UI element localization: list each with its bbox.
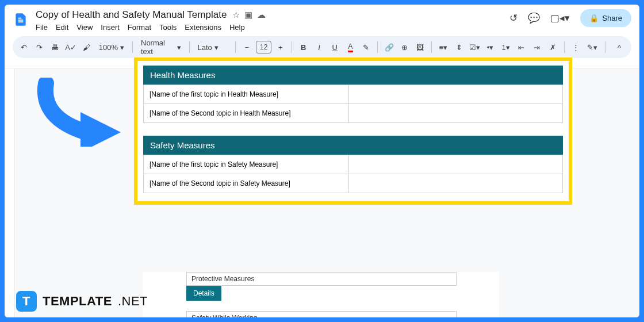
separator [431,41,432,53]
menu-edit[interactable]: Edit [56,23,68,32]
cell-topic: [Name of the first topic in Safety Measu… [144,155,349,174]
undo-icon[interactable]: ↶ [17,40,30,55]
separator [292,41,292,53]
cell-empty [349,85,562,103]
checklist-icon[interactable]: ☑▾ [468,40,481,55]
doc-title-row: Copy of Health and Safety Manual Templat… [36,9,503,21]
font-value: Lato [197,43,212,52]
star-icon[interactable]: ☆ [232,10,240,20]
menu-help[interactable]: Help [229,23,245,32]
table-row[interactable]: [Name of the Second topic in Health Meas… [144,103,562,122]
safety-measures-header: Safety Measures [143,136,563,155]
callout-arrow-icon [34,78,126,147]
insert-image-icon[interactable]: 🖼 [413,40,427,55]
cell-topic: [Name of the first topic in Health Measu… [144,85,349,103]
text-color-icon[interactable]: A [344,40,357,55]
editing-mode-icon[interactable]: ✎▾ [585,40,600,55]
highlight-icon[interactable]: ✎ [359,40,373,55]
spellcheck-icon[interactable]: A✓ [64,40,78,55]
vertical-ruler[interactable] [5,68,15,317]
cell-topic: [Name of the Second topic in Health Meas… [144,103,349,122]
align-icon[interactable]: ≡▾ [436,40,450,55]
separator [189,41,190,53]
share-label: Share [602,14,622,22]
print-icon[interactable]: 🖶 [48,40,62,55]
zoom-select[interactable]: 100%▾ [95,43,128,52]
chevron-down-icon: ▾ [177,43,181,52]
paragraph-style-select[interactable]: Normal text▾ [137,39,185,56]
protective-measures-row[interactable]: Protective Measures [186,272,457,286]
safety-measures-table: [Name of the first topic in Safety Measu… [143,155,563,193]
titlebar: Copy of Health and Safety Manual Templat… [5,5,639,33]
add-comment-icon[interactable]: ⊕ [398,40,411,55]
history-icon[interactable]: ↺ [509,12,518,24]
title-area: Copy of Health and Safety Manual Templat… [36,9,503,32]
template-net-watermark: T TEMPLATE.NET [16,291,148,312]
cell-empty [349,174,562,193]
docs-logo-icon[interactable] [13,9,29,30]
separator [235,41,236,53]
cell-empty [349,103,562,122]
redo-icon[interactable]: ↷ [33,40,46,55]
separator [564,41,565,53]
comments-icon[interactable]: 💬 [528,12,540,24]
health-measures-header: Health Measures [143,66,563,85]
underline-icon[interactable]: U [328,40,342,55]
toolbar-right: ✎▾ ^ [585,40,627,55]
bullet-list-icon[interactable]: •▾ [484,40,497,55]
bold-icon[interactable]: B [297,40,310,55]
document-page[interactable]: Protective Measures Details Safety While… [143,272,499,317]
decrease-font-icon[interactable]: − [240,40,254,55]
separator [132,41,133,53]
number-list-icon[interactable]: 1▾ [499,40,512,55]
lock-icon: 🔒 [589,14,599,22]
font-size-input[interactable]: 12 [256,41,271,53]
toolbar: ↶ ↷ 🖶 A✓ 🖌 100%▾ Normal text▾ Lato▾ − 12… [13,36,631,58]
table-row[interactable]: [Name of the first topic in Safety Measu… [144,155,562,174]
safety-working-row[interactable]: Safety While Working [186,311,457,317]
menubar: File Edit View Insert Format Tools Exten… [36,23,503,32]
cloud-icon[interactable]: ☁ [257,10,266,20]
more-icon[interactable]: ⋮ [569,40,582,55]
menu-format[interactable]: Format [128,23,151,32]
line-spacing-icon[interactable]: ⇕ [453,40,466,55]
menu-extensions[interactable]: Extensions [185,23,221,32]
paint-format-icon[interactable]: 🖌 [80,40,93,55]
cell-topic: [Name of the Second topic in Safety Meas… [144,174,349,193]
health-measures-table: [Name of the first topic in Health Measu… [143,85,563,123]
details-button[interactable]: Details [186,286,221,301]
collapse-icon[interactable]: ^ [612,40,627,55]
clear-format-icon[interactable]: ✗ [546,40,559,55]
table-row[interactable]: [Name of the first topic in Health Measu… [144,85,562,103]
indent-decrease-icon[interactable]: ⇤ [515,40,528,55]
menu-insert[interactable]: Insert [101,23,120,32]
share-button[interactable]: 🔒 Share [580,9,631,27]
font-select[interactable]: Lato▾ [194,43,231,52]
title-icons: ☆ ▣ ☁ [232,10,266,20]
menu-tools[interactable]: Tools [159,23,177,32]
watermark-brand: TEMPLATE [43,294,112,309]
move-icon[interactable]: ▣ [244,10,252,20]
cell-empty [349,155,562,174]
increase-font-icon[interactable]: + [274,40,287,55]
chevron-down-icon: ▾ [214,43,218,52]
zoom-value: 100% [99,43,118,52]
menu-view[interactable]: View [76,23,93,32]
table-row[interactable]: [Name of the Second topic in Safety Meas… [144,174,562,193]
separator [605,41,606,53]
link-icon[interactable]: 🔗 [382,40,396,55]
meet-icon[interactable]: ▢◂▾ [550,12,570,24]
style-value: Normal text [141,39,175,56]
watermark-suffix: .NET [118,294,148,309]
separator [377,41,378,53]
highlight-overlay: Health Measures [Name of the first topic… [134,57,572,205]
italic-icon[interactable]: I [312,40,325,55]
watermark-icon: T [16,291,37,312]
chevron-down-icon: ▾ [120,43,124,52]
document-title[interactable]: Copy of Health and Safety Manual Templat… [36,9,227,21]
header-right-actions: ↺ 💬 ▢◂▾ 🔒 Share [509,9,631,27]
menu-file[interactable]: File [36,23,48,32]
indent-increase-icon[interactable]: ⇥ [530,40,543,55]
